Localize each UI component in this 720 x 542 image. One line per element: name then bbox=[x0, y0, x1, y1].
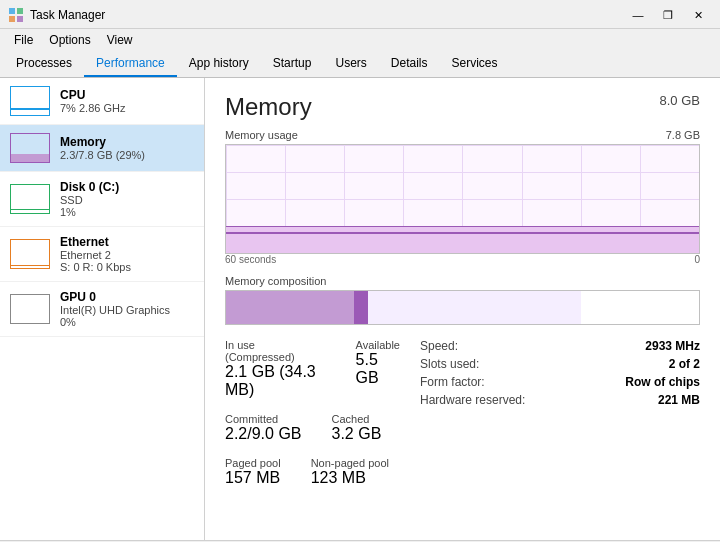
committed-label: Committed bbox=[225, 413, 302, 425]
svg-rect-2 bbox=[9, 16, 15, 22]
sidebar-item-gpu[interactable]: GPU 0 Intel(R) UHD Graphics 0% bbox=[0, 282, 204, 337]
available-label: Available bbox=[356, 339, 400, 351]
tab-users[interactable]: Users bbox=[323, 51, 378, 77]
chart-max: 7.8 GB bbox=[666, 129, 700, 141]
disk-sub: 1% bbox=[60, 206, 194, 218]
detail-title: Memory bbox=[225, 93, 312, 121]
window-title: Task Manager bbox=[30, 8, 105, 22]
right-stats: Speed: 2933 MHz Slots used: 2 of 2 Form … bbox=[420, 339, 700, 493]
tab-startup[interactable]: Startup bbox=[261, 51, 324, 77]
composition-bar bbox=[225, 290, 700, 325]
main-content: CPU 7% 2.86 GHz Memory 2.3/7.8 GB (29%) … bbox=[0, 78, 720, 540]
chart-label: Memory usage bbox=[225, 129, 298, 141]
stats-left: In use (Compressed) 2.1 GB (34.3 MB) Ava… bbox=[225, 339, 400, 493]
gpu-thumbnail bbox=[10, 294, 50, 324]
detail-header: Memory 8.0 GB bbox=[225, 93, 700, 121]
title-bar: Task Manager — ❐ ✕ bbox=[0, 0, 720, 29]
menu-file[interactable]: File bbox=[8, 31, 39, 49]
available-group: Available 5.5 GB bbox=[356, 339, 400, 399]
svg-rect-0 bbox=[9, 8, 15, 14]
cached-label: Cached bbox=[332, 413, 382, 425]
memory-usage-container: Memory usage 7.8 GB 60 seconds 0 bbox=[225, 129, 700, 265]
nonpaged-value: 123 MB bbox=[311, 469, 389, 487]
cpu-sub: 7% 2.86 GHz bbox=[60, 102, 194, 114]
sidebar-item-disk[interactable]: Disk 0 (C:) SSD 1% bbox=[0, 172, 204, 227]
nonpaged-group: Non-paged pool 123 MB bbox=[311, 457, 389, 487]
svg-rect-3 bbox=[17, 16, 23, 22]
gpu-label: GPU 0 bbox=[60, 290, 194, 304]
tab-bar: Processes Performance App history Startu… bbox=[0, 51, 720, 78]
paged-label: Paged pool bbox=[225, 457, 281, 469]
ethernet-sub2: Ethernet 2 bbox=[60, 249, 194, 261]
in-use-label: In use (Compressed) bbox=[225, 339, 326, 363]
gpu-sub2: Intel(R) UHD Graphics bbox=[60, 304, 194, 316]
tab-processes[interactable]: Processes bbox=[4, 51, 84, 77]
composition-label: Memory composition bbox=[225, 275, 700, 287]
sidebar-item-ethernet[interactable]: Ethernet Ethernet 2 S: 0 R: 0 Kbps bbox=[0, 227, 204, 282]
svg-rect-1 bbox=[17, 8, 23, 14]
disk-thumbnail bbox=[10, 184, 50, 214]
tab-services[interactable]: Services bbox=[440, 51, 510, 77]
tab-performance[interactable]: Performance bbox=[84, 51, 177, 77]
slots-label: Slots used: bbox=[420, 357, 479, 371]
memory-label: Memory bbox=[60, 135, 194, 149]
ethernet-sub: S: 0 R: 0 Kbps bbox=[60, 261, 194, 273]
gpu-sub: 0% bbox=[60, 316, 194, 328]
cpu-label: CPU bbox=[60, 88, 194, 102]
ethernet-thumbnail bbox=[10, 239, 50, 269]
reserved-value: 221 MB bbox=[658, 393, 700, 407]
cached-group: Cached 3.2 GB bbox=[332, 413, 382, 443]
sidebar-item-cpu[interactable]: CPU 7% 2.86 GHz bbox=[0, 78, 204, 125]
form-label: Form factor: bbox=[420, 375, 485, 389]
window-controls: — ❐ ✕ bbox=[624, 6, 712, 24]
comp-modified bbox=[354, 291, 368, 324]
in-use-group: In use (Compressed) 2.1 GB (34.3 MB) bbox=[225, 339, 326, 399]
committed-value: 2.2/9.0 GB bbox=[225, 425, 302, 443]
menu-bar: File Options View bbox=[0, 29, 720, 51]
time-start: 60 seconds bbox=[225, 254, 276, 265]
sidebar-item-memory[interactable]: Memory 2.3/7.8 GB (29%) bbox=[0, 125, 204, 172]
speed-row: Speed: 2933 MHz bbox=[420, 339, 700, 353]
disk-label: Disk 0 (C:) bbox=[60, 180, 194, 194]
detail-total: 8.0 GB bbox=[660, 93, 700, 108]
cached-value: 3.2 GB bbox=[332, 425, 382, 443]
speed-label: Speed: bbox=[420, 339, 458, 353]
reserved-row: Hardware reserved: 221 MB bbox=[420, 393, 700, 407]
memory-sub: 2.3/7.8 GB (29%) bbox=[60, 149, 194, 161]
memory-chart bbox=[225, 144, 700, 254]
comp-free bbox=[581, 291, 699, 324]
comp-in-use bbox=[226, 291, 354, 324]
committed-group: Committed 2.2/9.0 GB bbox=[225, 413, 302, 443]
stats-section: In use (Compressed) 2.1 GB (34.3 MB) Ava… bbox=[225, 339, 700, 493]
app-icon bbox=[8, 7, 24, 23]
form-value: Row of chips bbox=[625, 375, 700, 389]
menu-options[interactable]: Options bbox=[43, 31, 96, 49]
in-use-value: 2.1 GB (34.3 MB) bbox=[225, 363, 326, 399]
ethernet-label: Ethernet bbox=[60, 235, 194, 249]
memory-thumbnail bbox=[10, 133, 50, 163]
composition-container: Memory composition bbox=[225, 275, 700, 325]
disk-sub2: SSD bbox=[60, 194, 194, 206]
maximize-button[interactable]: ❐ bbox=[654, 6, 682, 24]
minimize-button[interactable]: — bbox=[624, 6, 652, 24]
menu-view[interactable]: View bbox=[101, 31, 139, 49]
paged-value: 157 MB bbox=[225, 469, 281, 487]
available-value: 5.5 GB bbox=[356, 351, 400, 387]
tab-details[interactable]: Details bbox=[379, 51, 440, 77]
slots-value: 2 of 2 bbox=[669, 357, 700, 371]
speed-value: 2933 MHz bbox=[645, 339, 700, 353]
slots-row: Slots used: 2 of 2 bbox=[420, 357, 700, 371]
close-button[interactable]: ✕ bbox=[684, 6, 712, 24]
comp-standby bbox=[368, 291, 581, 324]
tab-app-history[interactable]: App history bbox=[177, 51, 261, 77]
form-row: Form factor: Row of chips bbox=[420, 375, 700, 389]
reserved-label: Hardware reserved: bbox=[420, 393, 525, 407]
paged-group: Paged pool 157 MB bbox=[225, 457, 281, 487]
detail-panel: Memory 8.0 GB Memory usage 7.8 GB 60 sec… bbox=[205, 78, 720, 540]
sidebar: CPU 7% 2.86 GHz Memory 2.3/7.8 GB (29%) … bbox=[0, 78, 205, 540]
cpu-thumbnail bbox=[10, 86, 50, 116]
nonpaged-label: Non-paged pool bbox=[311, 457, 389, 469]
time-end: 0 bbox=[694, 254, 700, 265]
